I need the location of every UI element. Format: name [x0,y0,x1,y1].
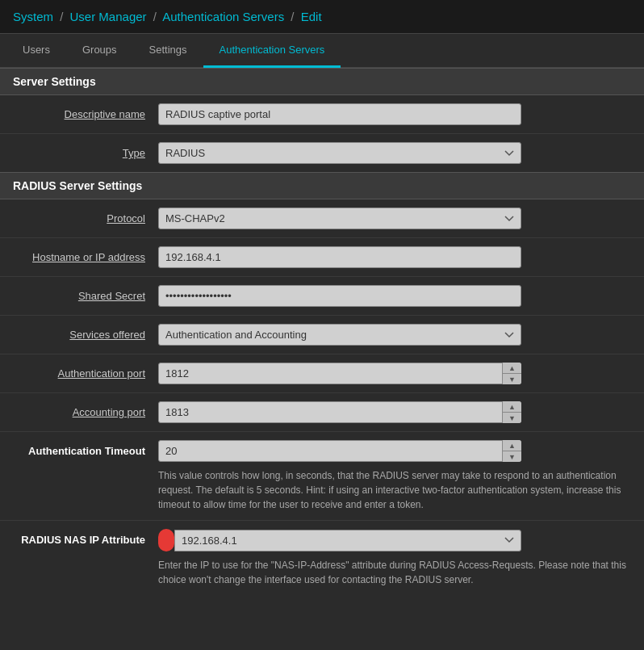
hostname-input[interactable] [158,246,521,268]
type-select[interactable]: RADIUS LDAP Local [158,142,521,164]
shared-secret-label: Shared Secret [13,285,158,302]
descriptive-name-label: Descriptive name [13,103,158,120]
accounting-port-down[interactable]: ▼ [503,413,521,423]
auth-timeout-row: Authentication Timeout ▲ ▼ This value co… [0,432,644,521]
breadcrumb-usermanager[interactable]: User Manager [70,10,147,23]
auth-timeout-spinner: ▲ ▼ [158,440,521,462]
descriptive-name-input[interactable] [158,103,521,125]
tab-users[interactable]: Users [6,34,66,68]
protocol-select[interactable]: MS-CHAPv2 PAP CHAP MSCHAP [158,208,521,229]
breadcrumb-bar: System / User Manager / Authentication S… [0,0,644,34]
auth-timeout-up[interactable]: ▲ [503,440,521,451]
radius-settings-section: Protocol MS-CHAPv2 PAP CHAP MSCHAP Hostn… [0,199,644,595]
tab-settings[interactable]: Settings [133,34,203,68]
auth-port-label: Authentication port [13,363,158,380]
accounting-port-row: Accounting port ▲ ▼ [0,393,644,432]
nas-ip-row: RADIUS NAS IP Attribute 192.168.4.1 Auto… [0,521,644,595]
accounting-port-input[interactable] [158,401,521,423]
tab-bar: Users Groups Settings Authentication Ser… [0,34,644,68]
nas-ip-control: 192.168.4.1 Auto Enter the IP to use for… [158,529,631,587]
breadcrumb-edit: Edit [301,10,322,23]
server-settings-section: Descriptive name Type RADIUS LDAP Local [0,95,644,172]
hostname-row: Hostname or IP address [0,238,644,277]
accounting-port-control: ▲ ▼ [158,401,631,423]
shared-secret-control [158,285,631,307]
nas-ip-help: Enter the IP to use for the "NAS-IP-Addr… [158,558,626,587]
accounting-port-label: Accounting port [13,401,158,418]
auth-port-control: ▲ ▼ [158,363,631,384]
server-settings-header: Server Settings [0,68,644,95]
auth-timeout-input[interactable] [158,440,521,462]
auth-port-input[interactable] [158,363,521,384]
nas-select-wrapper: 192.168.4.1 Auto [174,530,521,551]
services-control: Authentication and Accounting Authentica… [158,324,631,346]
sep3: / [291,10,294,23]
shared-secret-row: Shared Secret [0,277,644,316]
tab-auth-servers[interactable]: Authentication Servers [203,34,341,68]
auth-timeout-down[interactable]: ▼ [503,451,521,462]
sep1: / [60,10,63,23]
hostname-control [158,246,631,268]
auth-port-row: Authentication port ▲ ▼ [0,354,644,393]
auth-timeout-arrows: ▲ ▼ [502,440,521,462]
protocol-row: Protocol MS-CHAPv2 PAP CHAP MSCHAP [0,199,644,238]
auth-port-spinner: ▲ ▼ [158,363,521,384]
nas-ip-select[interactable]: 192.168.4.1 Auto [174,530,521,551]
sep2: / [153,10,157,23]
auth-timeout-help: This value controls how long, in seconds… [158,468,626,512]
services-label: Services offered [13,324,158,341]
services-select[interactable]: Authentication and Accounting Authentica… [158,324,521,346]
breadcrumb-system[interactable]: System [13,10,53,23]
hostname-label: Hostname or IP address [13,246,158,263]
type-row: Type RADIUS LDAP Local [0,134,644,172]
breadcrumb-authservers[interactable]: Authentication Servers [162,10,284,23]
nas-input-wrapper: 192.168.4.1 Auto [158,529,521,551]
protocol-label: Protocol [13,208,158,224]
auth-port-arrows: ▲ ▼ [502,363,521,384]
shared-secret-input[interactable] [158,285,521,307]
auth-timeout-label: Authentication Timeout [13,440,158,457]
accounting-port-up[interactable]: ▲ [503,401,521,413]
auth-port-down[interactable]: ▼ [503,374,521,384]
auth-port-up[interactable]: ▲ [503,363,521,374]
nas-badge[interactable] [158,529,174,551]
accounting-port-spinner: ▲ ▼ [158,401,521,423]
nas-ip-label: RADIUS NAS IP Attribute [13,529,158,546]
type-label: Type [13,142,158,159]
descriptive-name-row: Descriptive name [0,95,644,134]
auth-timeout-control: ▲ ▼ This value controls how long, in sec… [158,440,631,512]
protocol-control: MS-CHAPv2 PAP CHAP MSCHAP [158,208,631,229]
accounting-port-arrows: ▲ ▼ [502,401,521,423]
radius-settings-header: RADIUS Server Settings [0,172,644,199]
descriptive-name-control [158,103,631,125]
tab-groups[interactable]: Groups [66,34,133,68]
services-row: Services offered Authentication and Acco… [0,316,644,354]
type-control: RADIUS LDAP Local [158,142,631,164]
